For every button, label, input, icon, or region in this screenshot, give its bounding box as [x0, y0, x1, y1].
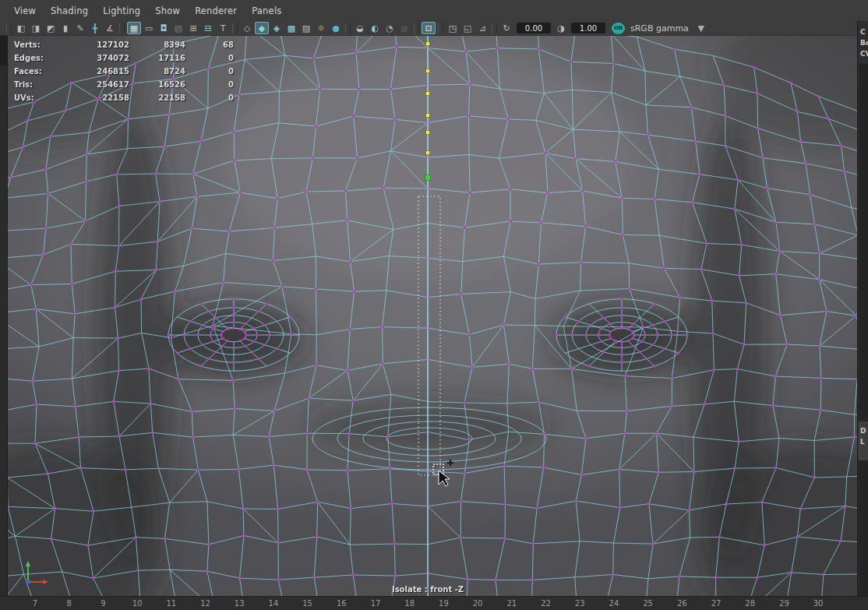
right-panel-fragment: L [860, 438, 865, 446]
timeline-tick-16: 16 [337, 599, 347, 608]
colorspace-label[interactable]: sRGB gamma [630, 23, 689, 33]
hud-cell: UVs: [14, 93, 59, 102]
exposure-field[interactable]: 0.00 [517, 23, 551, 33]
hud-row-uvs: UVs:22158221580 [14, 91, 234, 104]
film-gate-icon[interactable]: ▭ [142, 22, 156, 34]
hud-cell: 0 [185, 93, 234, 102]
move-tool-icon[interactable]: ╋ [88, 22, 102, 34]
hud-cell: 374072 [59, 54, 129, 62]
grease-pencil-icon[interactable]: ✎ [73, 22, 87, 34]
grid-button[interactable]: ▦ [127, 22, 141, 34]
timeline-tick-9: 9 [101, 599, 105, 608]
timeline-tick-29: 29 [779, 599, 789, 608]
hud-cell: Tris: [14, 80, 59, 89]
3d-viewport[interactable]: Verts:127102839468Edges:374072171160Face… [0, 36, 868, 596]
isolate-select-icon[interactable]: ◳ [446, 22, 460, 34]
safe-title-icon[interactable]: T [216, 22, 230, 34]
hud-cell: Edges: [14, 54, 59, 62]
gamma-field[interactable]: 1.00 [571, 23, 605, 33]
selection-highlight-icon[interactable]: ⊡ [422, 22, 436, 34]
timeline-tick-11: 11 [166, 599, 176, 608]
timeline-tick-20: 20 [473, 599, 483, 608]
timeline-tick-25: 25 [643, 599, 653, 608]
wireframe-on-shaded-icon[interactable]: ◈ [270, 22, 284, 34]
subset-isolate-icon[interactable]: ◱ [460, 22, 475, 34]
timeline-tick-14: 14 [269, 599, 279, 608]
checker-icon[interactable]: ▨ [299, 22, 313, 34]
hud-row-faces: Faces:24681587240 [14, 65, 234, 78]
viewport-clip-group [0, 36, 868, 596]
ao-icon[interactable]: ◐ [368, 22, 382, 34]
timeline-tick-26: 26 [677, 599, 687, 608]
left-panel-notch [0, 36, 8, 65]
sphere-icon[interactable]: ● [329, 22, 343, 34]
hud-cell: 0 [185, 80, 234, 89]
timeline-tick-13: 13 [235, 599, 245, 608]
wireframe-mesh-canvas[interactable] [0, 36, 868, 596]
shaded-cube-icon[interactable]: ◆ [255, 22, 269, 34]
right-panel-fragment: D [860, 427, 866, 435]
toolbar-separator [6, 23, 12, 33]
timeline-tick-24: 24 [609, 599, 619, 608]
timeline-tick-10: 10 [132, 599, 143, 608]
timeline-tick-27: 27 [711, 599, 722, 608]
menu-show[interactable]: Show [155, 5, 180, 16]
measure-tool-icon[interactable]: ∡ [103, 22, 117, 34]
shadows-icon[interactable]: ◒ [353, 22, 367, 34]
toolbar-separator [492, 23, 497, 33]
hud-cell: 22158 [59, 93, 129, 102]
isolate-status-label: Isolate : front -Z [365, 585, 490, 594]
timeline-tick-28: 28 [745, 599, 755, 608]
safe-action-icon[interactable]: ⊟ [201, 22, 215, 34]
hud-cell: 68 [185, 41, 234, 49]
toolbar-separator [414, 23, 419, 33]
lights-icon[interactable]: ☼ [314, 22, 328, 34]
menu-panels[interactable]: Panels [252, 5, 281, 16]
menu-view[interactable]: View [14, 5, 36, 16]
contrast-icon[interactable]: ◑ [554, 22, 568, 34]
exposure-icon[interactable]: ↻ [499, 22, 513, 34]
menu-lighting[interactable]: Lighting [103, 5, 140, 16]
toolbar-separator [119, 23, 125, 33]
field-chart-icon[interactable]: ⊞ [186, 22, 200, 34]
timeline-tick-30: 30 [813, 599, 824, 608]
menu-renderer[interactable]: Renderer [195, 5, 237, 16]
hud-cell: 8394 [129, 41, 185, 49]
zoom-region-icon[interactable]: ⊿ [475, 22, 489, 34]
bookmark-icon[interactable]: ▮ [58, 22, 72, 34]
camera-icon[interactable]: ◧ [14, 22, 28, 34]
timeline-tick-7: 7 [33, 599, 37, 608]
hud-cell: Verts: [14, 41, 59, 49]
timeline-tick-21: 21 [506, 599, 517, 608]
left-panel-edge [0, 36, 8, 596]
hud-cell: 16526 [129, 80, 185, 89]
timeline-tick-18: 18 [404, 599, 415, 608]
gate-mask-icon[interactable]: ▧ [171, 22, 185, 34]
camera-settings-icon[interactable]: ◩ [44, 22, 58, 34]
right-panel-block [859, 64, 868, 421]
color-management-toggle[interactable]: ON [612, 23, 625, 34]
timeline-tick-19: 19 [439, 599, 449, 608]
camera-lock-icon[interactable]: ◨ [29, 22, 43, 34]
menu-shading[interactable]: Shading [51, 5, 88, 16]
image-plane-icon[interactable]: ■ [397, 22, 411, 34]
timeline-tick-12: 12 [200, 599, 210, 608]
hud-cell: Faces: [14, 67, 59, 76]
hud-row-tris: Tris:254617165260 [14, 78, 234, 91]
hud-cell: 22158 [129, 93, 185, 102]
hud-cell: 0 [185, 54, 234, 62]
right-panel-block [859, 461, 868, 610]
resolution-gate-icon[interactable]: ◘ [157, 22, 171, 34]
timeline-tick-23: 23 [575, 599, 585, 608]
maya-viewport-window: ViewShadingLightingShowRendererPanels ◧◨… [0, 0, 868, 610]
hud-row-verts: Verts:127102839468 [14, 38, 234, 51]
timeline-tick-15: 15 [302, 599, 312, 608]
colorspace-dropdown-arrow[interactable]: ▼ [694, 22, 708, 34]
time-slider[interactable]: 7891011121314151617181920212223242526272… [0, 596, 868, 610]
right-panel-fragment: Bo [860, 39, 868, 47]
wireframe-cube-icon[interactable]: ◇ [240, 22, 254, 34]
motion-blur-icon[interactable]: ◔ [383, 22, 397, 34]
textured-icon[interactable]: ▩ [284, 22, 298, 34]
hud-cell: 254617 [59, 80, 129, 89]
mouse-cursor [433, 460, 453, 486]
